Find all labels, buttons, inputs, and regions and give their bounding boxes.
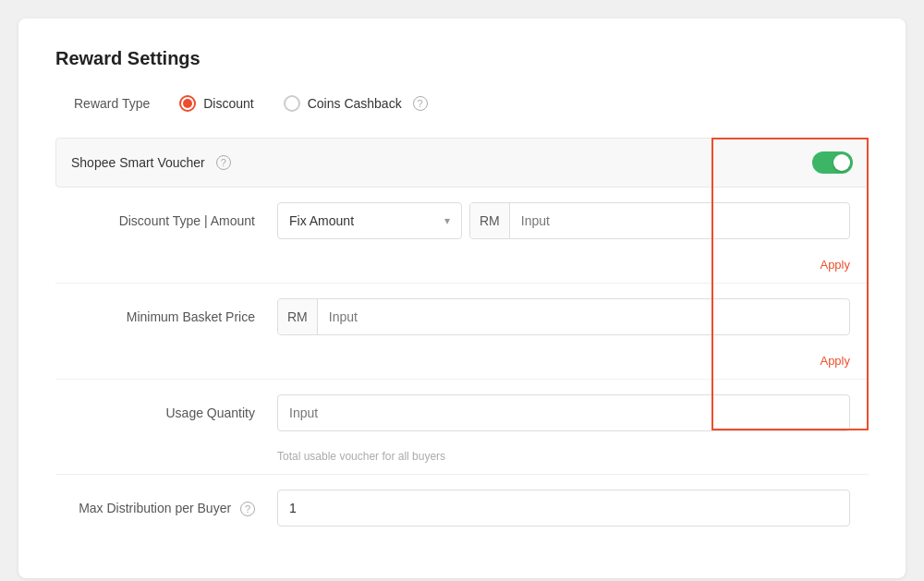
sections-container: Shopee Smart Voucher ? Discount Type | A… <box>55 138 869 541</box>
min-basket-section: Minimum Basket Price RM Apply <box>55 283 869 379</box>
radio-circle-coins <box>284 95 300 112</box>
smart-voucher-label: Shopee Smart Voucher <box>71 155 205 170</box>
min-basket-currency-prefix: RM <box>278 299 318 334</box>
coins-help-icon[interactable]: ? <box>413 96 428 111</box>
discount-currency-prefix: RM <box>470 203 510 238</box>
min-basket-input-wrapper: RM <box>277 298 850 335</box>
smart-voucher-toggle[interactable] <box>812 151 853 174</box>
smart-voucher-left: Shopee Smart Voucher ? <box>71 155 231 170</box>
smart-voucher-help-icon[interactable]: ? <box>216 155 231 170</box>
discount-type-content: Fix Amount ▾ RM <box>277 202 850 239</box>
min-basket-apply-button[interactable]: Apply <box>820 354 850 368</box>
usage-quantity-section: Usage Quantity Total usable voucher for … <box>55 379 869 474</box>
max-distribution-content <box>277 490 850 527</box>
discount-amount-input-wrapper: RM <box>469 202 850 239</box>
discount-type-select[interactable]: Fix Amount ▾ <box>277 202 462 239</box>
chevron-down-icon: ▾ <box>444 214 450 227</box>
min-basket-apply-row: Apply <box>55 350 869 379</box>
max-distribution-input[interactable] <box>277 490 850 527</box>
reward-settings-card: Reward Settings Reward Type Discount Coi… <box>18 18 906 578</box>
usage-quantity-hint: Total usable voucher for all buyers <box>55 446 869 474</box>
usage-quantity-content <box>277 394 850 431</box>
max-distribution-section: Max Distribution per Buyer ? <box>55 474 869 541</box>
min-basket-label: Minimum Basket Price <box>74 309 277 324</box>
discount-apply-button[interactable]: Apply <box>820 258 850 272</box>
discount-amount-input[interactable] <box>510 213 849 228</box>
radio-discount[interactable]: Discount <box>179 95 253 112</box>
reward-type-label: Reward Type <box>74 96 150 111</box>
usage-quantity-label: Usage Quantity <box>74 405 277 420</box>
max-dist-help-icon[interactable]: ? <box>240 502 255 516</box>
smart-voucher-section: Shopee Smart Voucher ? <box>55 138 869 188</box>
reward-type-row: Reward Type Discount Coins Cashback ? <box>55 95 869 112</box>
discount-type-section: Discount Type | Amount Fix Amount ▾ RM A… <box>55 188 869 283</box>
max-distribution-row: Max Distribution per Buyer ? <box>55 475 869 541</box>
toggle-thumb <box>833 154 850 171</box>
min-basket-content: RM <box>277 298 850 335</box>
discount-type-label: Discount Type | Amount <box>74 213 277 228</box>
page-title: Reward Settings <box>55 48 869 69</box>
radio-label-discount: Discount <box>203 96 253 111</box>
min-basket-row: Minimum Basket Price RM <box>55 284 869 350</box>
radio-coins-cashback[interactable]: Coins Cashback ? <box>284 95 428 112</box>
discount-apply-row: Apply <box>55 254 869 283</box>
discount-type-row: Discount Type | Amount Fix Amount ▾ RM <box>55 188 869 254</box>
select-value: Fix Amount <box>289 213 437 228</box>
max-distribution-label: Max Distribution per Buyer ? <box>74 501 277 516</box>
usage-quantity-row: Usage Quantity <box>55 380 869 446</box>
usage-quantity-input[interactable] <box>277 394 850 431</box>
radio-circle-discount <box>179 95 196 112</box>
radio-label-coins: Coins Cashback <box>308 96 402 111</box>
min-basket-input[interactable] <box>318 309 849 324</box>
toggle-track <box>812 151 853 174</box>
